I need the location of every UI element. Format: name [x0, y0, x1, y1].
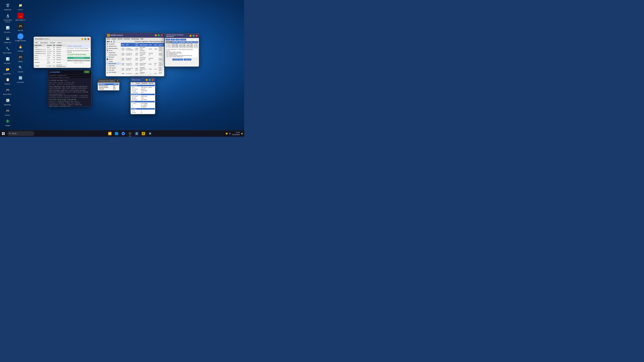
desktop-icon-dieser-pc[interactable]: 💻 Dieser PC: [2, 34, 14, 44]
desktop-icon-furmark[interactable]: 🔥 FurMark: [14, 43, 26, 53]
taskbar-start-button[interactable]: [0, 130, 7, 137]
desktop-icon-crud-rog[interactable]: 🔬 CRUD ROG CPU-Z: [2, 12, 14, 24]
aida-bench-next-btn[interactable]: Next Benchmark: [172, 59, 183, 60]
aida64-sidebar-directx[interactable]: ⬛ DirectX: [106, 58, 121, 60]
aida64-toolbar-update[interactable]: Treiber-Aktualisierungen: [149, 41, 164, 42]
cmdopts-close-btn[interactable]: ✕: [117, 80, 118, 82]
aida-bench-read-btn[interactable]: Read: [166, 39, 170, 40]
aida64-sidebar-netzwerk[interactable]: 🌐 Netzwerk: [106, 56, 121, 58]
desktop-icon-rog-cross[interactable]: 🎮 ROG-CROS...: [2, 86, 14, 96]
cpuz-maximize[interactable]: [149, 79, 151, 81]
aida64-sidebar-cpu-zlib[interactable]: 🔗 CPU Zlib: [106, 69, 121, 71]
mb-benchmark-icon: 📊: [5, 25, 11, 31]
aida64-sidebar-computer[interactable]: 💻 Computer: [106, 43, 121, 45]
taskbar-notification-icon[interactable]: 🔔: [241, 133, 243, 134]
cpuz-bus-row: Bus Speed 100.0 MHz: [131, 99, 155, 100]
aida64-sidebar-cpu-queen[interactable]: 👑 CPU Queen: [106, 67, 121, 69]
desktop-icon-mb-benchmark[interactable]: 📊 mb_benc...: [2, 24, 14, 34]
aida64-toolbar-param[interactable]: Parameter: [135, 41, 141, 42]
aida64-close[interactable]: [161, 34, 163, 36]
taskbar-clock[interactable]: 11:19 01.04.2023: [232, 131, 240, 136]
taskbar-app-terminal[interactable]: ⬛: [127, 131, 133, 137]
aida-bench-close-btn[interactable]: Schliessen: [184, 59, 191, 60]
cpuz-tab-caches[interactable]: Caches: [135, 82, 141, 84]
aida64-menu-hilfe[interactable]: Hilfe: [140, 38, 143, 40]
benchmate-close[interactable]: [88, 38, 90, 40]
benchmate-menu-donate[interactable]: Donate: [50, 42, 56, 44]
desktop-icon-testlimit[interactable]: 📋 Testlimit...: [2, 76, 14, 86]
aida-bench-write-btn[interactable]: Write: [170, 39, 175, 40]
benchmate-maximize[interactable]: [84, 38, 86, 40]
taskbar-app-file-explorer[interactable]: 📁: [107, 131, 113, 137]
benchmate-menu-bugreport[interactable]: Bug Report: [40, 42, 48, 44]
desktop-icon-steam[interactable]: 🎮 Steam: [14, 53, 26, 63]
aida-bench-minimize[interactable]: [190, 35, 192, 37]
aida64-minimize[interactable]: [155, 34, 157, 36]
benchmate-save-button[interactable]: Save Result (F6): [67, 57, 90, 59]
aida64-sidebar-dateispeicher[interactable]: 📁 Dateispeicher: [106, 54, 121, 56]
desktop-icon-recycle-bin[interactable]: 🗑️ Papierkorb: [2, 2, 14, 11]
desktop-icon-mb-bench2[interactable]: 📊 mb_benc...: [2, 55, 14, 65]
desktop-icon-no-one[interactable]: 🎮 No One: [14, 22, 26, 32]
aida64-menu-favoriten[interactable]: Favoriten: [124, 38, 130, 40]
taskbar-app-cpuz[interactable]: 🔬: [134, 131, 140, 137]
desktop-icon-samsung[interactable]: 💽 Samsung...: [2, 97, 14, 106]
aida64-toolbar-forward[interactable]: ▶: [108, 40, 110, 42]
aida64-toolbar-results[interactable]: Ergebnisse: [142, 41, 148, 42]
desktop-icon-dirt-rally[interactable]: 🏎️ DiRT Rally 2.0: [14, 12, 26, 22]
desktop-icon-aida64[interactable]: 🔍 AIDA64: [14, 64, 26, 73]
aida64-sidebar-fpu-mandel[interactable]: 🌀 FPU Mandel: [106, 73, 121, 74]
desktop-icon-ycruncher[interactable]: 🔢 y-cruncher: [14, 74, 26, 84]
aida64-sidebar-betriebssystem[interactable]: 🪟 Betriebssystem: [106, 47, 121, 49]
aida64-toolbar-back[interactable]: ◀: [106, 40, 108, 42]
benchmate-minimize[interactable]: [81, 38, 83, 40]
desktop-icon-cpuz-folder[interactable]: 📁 CPU-Z: [14, 2, 26, 11]
taskbar-app-edge[interactable]: 🌐: [114, 131, 120, 137]
benchmate-launch-button[interactable]: Launch: [67, 60, 78, 61]
ycruncher-terminal[interactable]: y-cruncher.exe bench 2.7b Start Time : S…: [48, 79, 91, 107]
aida64-sidebar-cpu-blake[interactable]: 🔐 CPU BLAKE: [106, 71, 121, 73]
benchmate-menu-about[interactable]: About: [57, 42, 62, 44]
aida64-menu-ansicht[interactable]: Ansicht: [111, 38, 116, 40]
cpuz-minimize[interactable]: [146, 79, 148, 81]
recycle-bin-icon: 🗑️: [5, 2, 11, 8]
desktop-icon-google-chrome[interactable]: 🌐 Google Chrome: [14, 33, 26, 42]
taskbar-search-bar[interactable]: 🔍 Suche: [8, 131, 34, 136]
aida-bench-copy-btn[interactable]: Copy: [176, 39, 180, 40]
steam-label: Steam: [18, 61, 23, 62]
cpuz-tab-mainboard[interactable]: Mainboard: [141, 82, 148, 84]
desktop-icon-mem-tweak[interactable]: 🔧 Mem Tweak...: [2, 45, 14, 55]
aida64-sidebar-benchmarks[interactable]: 📊 Datenblatt: [106, 65, 121, 67]
aida-bench-latency-btn[interactable]: Latency: [180, 39, 186, 40]
aida64-maximize[interactable]: [158, 34, 160, 36]
benchmate-reload-button[interactable]: Reload ▼: [79, 60, 90, 61]
taskbar-app-chrome[interactable]: ●: [120, 131, 126, 137]
desktop-icon-armory[interactable]: 🎮 Armory...: [2, 107, 14, 117]
aida64-sidebar-geraete[interactable]: 🔧 Geräte: [106, 60, 121, 62]
aida64-sidebar-motherboard[interactable]: 🔌 Motherboard: [106, 45, 121, 47]
aida64-toolbar-refresh[interactable]: 🔄: [113, 40, 115, 42]
aida64-menu-werkzeuge[interactable]: Werkzeuge: [131, 38, 139, 40]
cpuz-multiplier-value: x 45.0: [141, 97, 154, 98]
desktop-icon-gpu3bb[interactable]: 📂 gpu(0)3bb...: [2, 66, 14, 75]
aida-bench-maximize[interactable]: [192, 35, 194, 37]
cpuz-close[interactable]: [152, 79, 154, 81]
desktop-icon-dragon[interactable]: 🐉 Dragon: [2, 117, 14, 127]
table-row: 5076 MB/s1x Ryzen Threadripper...3000 MH…: [121, 46, 164, 52]
aida64-menu-datei[interactable]: Datei: [106, 38, 110, 40]
taskbar-app-settings[interactable]: ⚙️: [147, 131, 153, 137]
aida-bench-close[interactable]: [196, 35, 198, 37]
aida64-sidebar-server[interactable]: 🖥️ Server: [106, 49, 121, 52]
ycruncher-run-button[interactable]: RUN: [84, 71, 90, 73]
cpuz-tab-cpu[interactable]: CPU: [131, 82, 135, 84]
aida64-sidebar-multimedia[interactable]: 🎵 Multimedia: [106, 52, 121, 54]
aida64-menu-bericht[interactable]: Bericht: [118, 38, 122, 40]
cpuz-tab-spd[interactable]: SPD: [154, 82, 155, 84]
ycruncher-desktop-icon: 🔢: [18, 75, 24, 81]
taskbar-app-aida[interactable]: A: [140, 131, 146, 137]
aida64-sidebar-kategorien[interactable]: 📋 Benchmarks: [106, 62, 121, 65]
aida64-toolbar-up[interactable]: ▲: [110, 40, 112, 42]
benchmate-menu-hilfe[interactable]: Hilfe: [34, 42, 38, 44]
cpuz-tab-memory[interactable]: Memory: [148, 82, 154, 84]
aida-bench-controls: [190, 35, 198, 37]
